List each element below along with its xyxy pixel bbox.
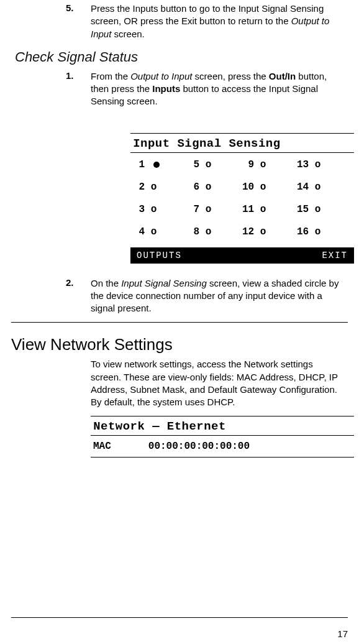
heading-view-network-settings: View Network Settings xyxy=(11,335,348,354)
outputs-button[interactable]: OUTPUTS xyxy=(137,251,182,260)
check-signal-step-2: 2. On the Input Signal Sensing screen, v… xyxy=(11,277,348,315)
mac-label: MAC xyxy=(93,441,111,452)
sensing-cell-1: 1 xyxy=(133,159,188,170)
exit-button[interactable]: EXIT xyxy=(322,251,348,260)
sensing-cell-16: 16 o xyxy=(297,226,352,237)
lcd-bottom-rule xyxy=(91,457,354,458)
step-number: 2. xyxy=(11,277,91,315)
footer-rule xyxy=(11,617,348,618)
sensing-cell-10: 10 o xyxy=(242,182,297,193)
lcd-bottom-bar: OUTPUTS EXIT xyxy=(130,247,354,264)
view-network-paragraph: To view network settings, access the Net… xyxy=(91,358,344,408)
step-text: From the Output to Input screen, press t… xyxy=(91,70,348,108)
sensing-cell-2: 2 o xyxy=(133,182,188,193)
sensing-cell-6: 6 o xyxy=(188,182,242,193)
step-number: 5. xyxy=(11,2,91,40)
sensing-cell-5: 5 o xyxy=(188,159,242,170)
mac-value: 00:00:00:00:00:00 xyxy=(148,441,250,452)
step-number: 1. xyxy=(11,70,91,108)
section-divider xyxy=(11,322,348,323)
sensing-cell-7: 7 o xyxy=(188,204,242,215)
sensing-cell-14: 14 o xyxy=(297,182,352,193)
sensing-cell-12: 12 o xyxy=(242,226,297,237)
status-dot-filled-icon xyxy=(153,162,160,168)
sensing-cell-11: 11 o xyxy=(242,204,297,215)
sensing-grid: 1 5 o 9 o13 o 2 o 6 o10 o14 o 3 o 7 o11 … xyxy=(130,153,354,247)
lcd-title: Input Signal Sensing xyxy=(130,134,359,152)
sensing-cell-13: 13 o xyxy=(297,159,352,170)
heading-check-signal-status: Check Signal Status xyxy=(15,49,348,65)
step-text: Press the Inputs button to go to the Inp… xyxy=(91,2,348,40)
lcd-network-ethernet: Network — Ethernet MAC 00:00:00:00:00:00 xyxy=(91,416,354,458)
network-mac-row: MAC 00:00:00:00:00:00 xyxy=(91,436,354,457)
lcd-input-signal-sensing: Input Signal Sensing 1 5 o 9 o13 o 2 o 6… xyxy=(130,133,354,264)
sensing-cell-8: 8 o xyxy=(188,226,242,237)
check-signal-step-1: 1. From the Output to Input screen, pres… xyxy=(11,70,348,108)
page-number: 17 xyxy=(337,628,348,639)
sensing-cell-9: 9 o xyxy=(242,159,297,170)
step-5: 5. Press the Inputs button to go to the … xyxy=(11,0,348,40)
sensing-cell-4: 4 o xyxy=(133,226,188,237)
sensing-cell-3: 3 o xyxy=(133,204,188,215)
lcd-title: Network — Ethernet xyxy=(91,416,359,435)
step-text: On the Input Signal Sensing screen, view… xyxy=(91,277,348,315)
sensing-cell-15: 15 o xyxy=(297,204,352,215)
